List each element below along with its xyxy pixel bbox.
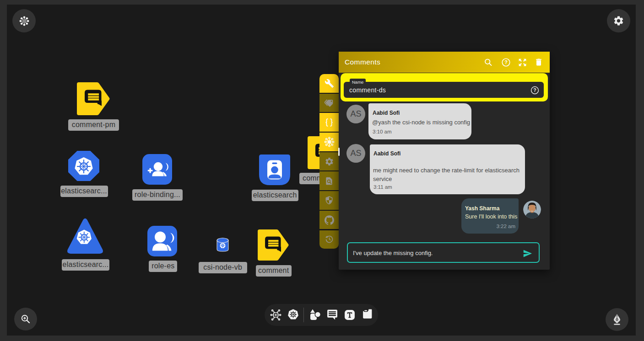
svg-text:?: ? [504,59,508,65]
svg-text:?: ? [533,87,536,93]
